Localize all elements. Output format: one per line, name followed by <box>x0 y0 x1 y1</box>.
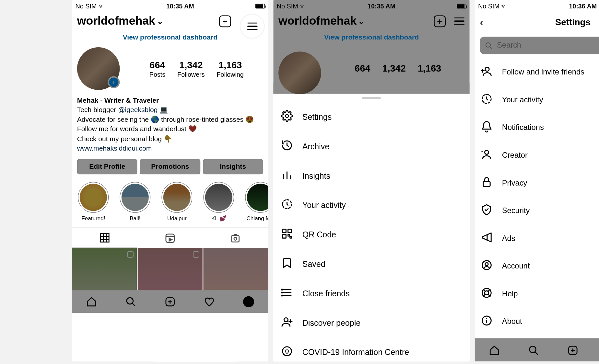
username-switcher[interactable]: worldofmehak⌄ <box>77 15 163 28</box>
menu-item-saved[interactable]: Saved <box>273 249 469 279</box>
promotions-button[interactable]: Promotions <box>140 159 200 174</box>
svg-point-47 <box>485 263 488 266</box>
menu-item-discover[interactable]: Discover people <box>273 308 469 338</box>
battery-icon <box>457 4 466 8</box>
settings-item-account[interactable]: Account› <box>475 252 599 280</box>
create-icon[interactable] <box>567 345 578 356</box>
stat-posts[interactable]: 664 <box>355 63 370 74</box>
ads-icon <box>481 232 493 245</box>
settings-item-label: Account <box>502 262 530 271</box>
profile-nav-icon[interactable] <box>243 296 254 307</box>
clock: 10:36 AM <box>569 2 597 9</box>
search-input[interactable]: Search <box>480 37 599 54</box>
about-icon <box>481 314 493 328</box>
battery-icon <box>255 4 265 8</box>
highlights-row[interactable]: Featured! Bali! Udaipur KL 💕 Chiang Mai <box>72 180 268 225</box>
settings-item-activity[interactable]: Your activity› <box>475 86 599 114</box>
display-name: Mehak - Writer & Traveler <box>77 96 263 105</box>
create-icon[interactable] <box>165 296 176 307</box>
edit-profile-button[interactable]: Edit Profile <box>77 159 137 174</box>
screenshot-settings: No SIM ᯤ 10:36 AM ‹ Settings Search Foll… <box>475 0 599 361</box>
svg-point-16 <box>286 114 288 117</box>
tab-grid[interactable] <box>72 228 137 248</box>
svg-rect-10 <box>193 252 199 257</box>
username-switcher[interactable]: worldofmehak⌄ <box>278 15 365 28</box>
home-icon[interactable] <box>86 296 97 307</box>
bottom-nav <box>475 338 599 361</box>
stat-following[interactable]: 1,163Following <box>217 60 243 78</box>
settings-item-notifications[interactable]: Notifications› <box>475 114 599 142</box>
archive-icon <box>281 139 293 153</box>
add-story-icon[interactable]: + <box>108 76 120 88</box>
settings-item-about[interactable]: About› <box>475 308 599 336</box>
hamburger-menu-button[interactable] <box>241 15 264 38</box>
menu-item-label: QR Code <box>302 230 336 239</box>
menu-item-label: Saved <box>302 259 325 269</box>
svg-point-32 <box>284 318 288 322</box>
search-icon[interactable] <box>528 345 539 356</box>
stat-following[interactable]: 1,163 <box>418 63 441 74</box>
svg-rect-0 <box>100 234 109 242</box>
reel-icon <box>126 251 134 258</box>
avatar[interactable]: + <box>77 47 120 90</box>
menu-item-covid[interactable]: COVID-19 Information Centre <box>273 337 469 361</box>
settings-item-label: Help <box>502 290 518 299</box>
tab-reels[interactable] <box>137 228 203 248</box>
menu-item-archive[interactable]: Archive <box>273 132 469 161</box>
stat-posts[interactable]: 664Posts <box>149 60 165 78</box>
create-button[interactable]: ＋ <box>219 15 231 27</box>
search-placeholder: Search <box>497 41 521 50</box>
clock: 10:35 AM <box>166 2 194 9</box>
follow-invite-icon <box>481 65 493 79</box>
svg-line-37 <box>490 46 492 48</box>
insights-icon <box>281 169 293 183</box>
saved-icon <box>281 257 293 271</box>
mention-link[interactable]: @igeeksblog <box>118 106 158 113</box>
status-bar: No SIM ᯤ 10:35 AM <box>72 0 268 12</box>
settings-item-security[interactable]: Security› <box>475 197 599 225</box>
settings-item-creator[interactable]: Creator› <box>475 142 599 169</box>
menu-item-label: Settings <box>302 112 332 122</box>
professional-dashboard-link[interactable]: View professional dashboard <box>273 30 469 47</box>
sheet-handle[interactable] <box>362 97 381 99</box>
home-icon[interactable] <box>489 345 500 356</box>
reel-icon <box>192 251 200 258</box>
svg-point-57 <box>529 346 536 352</box>
settings-item-label: Privacy <box>502 179 527 188</box>
settings-item-label: Notifications <box>502 123 544 132</box>
highlight-item[interactable]: KL 💕 <box>203 182 235 222</box>
settings-item-privacy[interactable]: Privacy› <box>475 169 599 197</box>
menu-item-insights[interactable]: Insights <box>273 161 469 191</box>
settings-item-label: Your activity <box>502 96 543 105</box>
menu-item-activity[interactable]: Your activity <box>273 190 469 220</box>
clock: 10:35 AM <box>368 2 395 9</box>
settings-item-help[interactable]: Help› <box>475 280 599 308</box>
highlight-item[interactable]: Chiang Mai <box>244 182 268 222</box>
menu-item-label: Archive <box>302 142 329 151</box>
professional-dashboard-link[interactable]: View professional dashboard <box>72 30 268 47</box>
settings-item-ads[interactable]: Ads› <box>475 225 599 253</box>
menu-item-settings[interactable]: Settings <box>273 102 469 132</box>
highlight-item[interactable]: Udaipur <box>161 182 193 222</box>
highlight-item[interactable]: Bali! <box>119 182 151 222</box>
back-button[interactable]: ‹ <box>480 16 483 29</box>
search-icon[interactable] <box>125 296 136 307</box>
stat-followers[interactable]: 1,342Followers <box>177 60 205 78</box>
settings-item-follow-invite[interactable]: Follow and invite friends› <box>475 58 599 86</box>
page-title: Settings <box>555 17 591 28</box>
svg-marker-43 <box>481 151 483 153</box>
avatar[interactable] <box>278 51 321 94</box>
activity-icon[interactable] <box>204 296 215 307</box>
chevron-down-icon: ⌄ <box>358 17 365 26</box>
tab-tagged[interactable] <box>203 228 268 248</box>
create-button[interactable]: ＋ <box>434 15 446 27</box>
insights-button[interactable]: Insights <box>203 159 263 174</box>
highlight-item[interactable]: Featured! <box>77 182 110 222</box>
menu-item-qr[interactable]: QR Code <box>273 220 469 249</box>
stat-followers[interactable]: 1,342 <box>382 63 405 74</box>
svg-marker-29 <box>281 289 282 290</box>
hamburger-menu-button[interactable] <box>454 17 464 25</box>
website-link[interactable]: www.mehaksiddiqui.com <box>77 144 152 152</box>
menu-sheet: SettingsArchiveInsightsYour activityQR C… <box>273 97 469 361</box>
menu-item-close-friends[interactable]: Close friends <box>273 279 469 308</box>
